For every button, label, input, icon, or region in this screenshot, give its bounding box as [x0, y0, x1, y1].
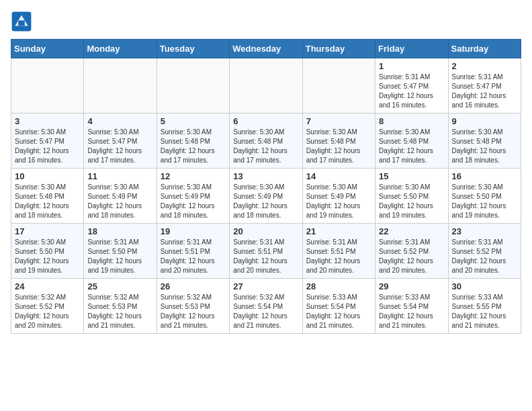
day-number: 5	[161, 116, 226, 126]
day-number: 25	[87, 281, 152, 291]
day-number: 13	[233, 171, 298, 181]
calendar-cell: 4Sunrise: 5:30 AM Sunset: 5:47 PM Daylig…	[84, 113, 157, 169]
day-number: 12	[161, 171, 226, 181]
calendar-cell: 24Sunrise: 5:32 AM Sunset: 5:52 PM Dayli…	[11, 279, 84, 334]
calendar-cell: 29Sunrise: 5:33 AM Sunset: 5:54 PM Dayli…	[375, 279, 448, 334]
day-info: Sunrise: 5:32 AM Sunset: 5:53 PM Dayligh…	[161, 293, 226, 330]
day-number: 16	[452, 171, 517, 181]
calendar-week-5: 24Sunrise: 5:32 AM Sunset: 5:52 PM Dayli…	[11, 279, 521, 334]
column-header-tuesday: Tuesday	[157, 40, 229, 58]
day-info: Sunrise: 5:31 AM Sunset: 5:47 PM Dayligh…	[379, 73, 444, 110]
day-number: 19	[161, 226, 226, 236]
calendar-cell: 5Sunrise: 5:30 AM Sunset: 5:48 PM Daylig…	[157, 113, 229, 169]
day-info: Sunrise: 5:31 AM Sunset: 5:47 PM Dayligh…	[452, 73, 517, 110]
calendar-cell	[230, 58, 302, 113]
calendar-table: SundayMondayTuesdayWednesdayThursdayFrid…	[11, 39, 521, 334]
day-number: 4	[87, 116, 152, 126]
calendar-cell: 18Sunrise: 5:31 AM Sunset: 5:50 PM Dayli…	[84, 224, 157, 279]
calendar-cell: 26Sunrise: 5:32 AM Sunset: 5:53 PM Dayli…	[157, 279, 229, 334]
day-number: 8	[379, 116, 444, 126]
calendar-cell: 16Sunrise: 5:30 AM Sunset: 5:50 PM Dayli…	[448, 169, 521, 224]
day-info: Sunrise: 5:30 AM Sunset: 5:50 PM Dayligh…	[15, 238, 80, 275]
calendar-cell: 2Sunrise: 5:31 AM Sunset: 5:47 PM Daylig…	[448, 58, 521, 113]
calendar-cell: 14Sunrise: 5:30 AM Sunset: 5:49 PM Dayli…	[302, 169, 375, 224]
day-info: Sunrise: 5:30 AM Sunset: 5:48 PM Dayligh…	[233, 128, 298, 165]
logo-icon	[11, 11, 32, 32]
column-header-monday: Monday	[84, 40, 157, 58]
day-number: 14	[306, 171, 371, 181]
calendar-cell: 28Sunrise: 5:33 AM Sunset: 5:54 PM Dayli…	[302, 279, 375, 334]
day-info: Sunrise: 5:32 AM Sunset: 5:52 PM Dayligh…	[15, 293, 80, 330]
calendar-cell: 3Sunrise: 5:30 AM Sunset: 5:47 PM Daylig…	[11, 113, 84, 169]
day-info: Sunrise: 5:31 AM Sunset: 5:52 PM Dayligh…	[379, 238, 444, 275]
day-number: 29	[379, 281, 444, 291]
calendar-cell	[157, 58, 229, 113]
day-info: Sunrise: 5:32 AM Sunset: 5:53 PM Dayligh…	[87, 293, 152, 330]
calendar-cell: 21Sunrise: 5:31 AM Sunset: 5:51 PM Dayli…	[302, 224, 375, 279]
day-number: 20	[233, 226, 298, 236]
day-info: Sunrise: 5:32 AM Sunset: 5:54 PM Dayligh…	[233, 293, 298, 330]
day-info: Sunrise: 5:30 AM Sunset: 5:48 PM Dayligh…	[306, 128, 371, 165]
calendar-cell: 10Sunrise: 5:30 AM Sunset: 5:48 PM Dayli…	[11, 169, 84, 224]
calendar-cell: 15Sunrise: 5:30 AM Sunset: 5:50 PM Dayli…	[375, 169, 448, 224]
calendar-cell: 23Sunrise: 5:31 AM Sunset: 5:52 PM Dayli…	[448, 224, 521, 279]
column-header-friday: Friday	[375, 40, 448, 58]
day-number: 6	[233, 116, 298, 126]
day-number: 18	[87, 226, 152, 236]
day-info: Sunrise: 5:30 AM Sunset: 5:48 PM Dayligh…	[379, 128, 444, 165]
day-info: Sunrise: 5:31 AM Sunset: 5:51 PM Dayligh…	[306, 238, 371, 275]
day-number: 15	[379, 171, 444, 181]
logo	[11, 11, 35, 32]
day-info: Sunrise: 5:30 AM Sunset: 5:48 PM Dayligh…	[15, 183, 80, 220]
day-info: Sunrise: 5:30 AM Sunset: 5:49 PM Dayligh…	[87, 183, 152, 220]
column-header-thursday: Thursday	[302, 40, 375, 58]
calendar-cell: 30Sunrise: 5:33 AM Sunset: 5:55 PM Dayli…	[448, 279, 521, 334]
column-header-wednesday: Wednesday	[230, 40, 302, 58]
calendar-cell: 7Sunrise: 5:30 AM Sunset: 5:48 PM Daylig…	[302, 113, 375, 169]
calendar-week-3: 10Sunrise: 5:30 AM Sunset: 5:48 PM Dayli…	[11, 169, 521, 224]
day-number: 17	[15, 226, 80, 236]
day-number: 21	[306, 226, 371, 236]
day-info: Sunrise: 5:30 AM Sunset: 5:48 PM Dayligh…	[452, 128, 517, 165]
day-info: Sunrise: 5:31 AM Sunset: 5:51 PM Dayligh…	[161, 238, 226, 275]
calendar-cell	[11, 58, 84, 113]
day-info: Sunrise: 5:33 AM Sunset: 5:54 PM Dayligh…	[379, 293, 444, 330]
calendar-cell: 1Sunrise: 5:31 AM Sunset: 5:47 PM Daylig…	[375, 58, 448, 113]
day-info: Sunrise: 5:33 AM Sunset: 5:54 PM Dayligh…	[306, 293, 371, 330]
day-info: Sunrise: 5:30 AM Sunset: 5:49 PM Dayligh…	[233, 183, 298, 220]
day-number: 23	[452, 226, 517, 236]
page-header	[11, 11, 521, 32]
day-number: 11	[87, 171, 152, 181]
day-info: Sunrise: 5:30 AM Sunset: 5:48 PM Dayligh…	[161, 128, 226, 165]
day-number: 30	[452, 281, 517, 291]
calendar-week-4: 17Sunrise: 5:30 AM Sunset: 5:50 PM Dayli…	[11, 224, 521, 279]
day-info: Sunrise: 5:33 AM Sunset: 5:55 PM Dayligh…	[452, 293, 517, 330]
day-info: Sunrise: 5:31 AM Sunset: 5:51 PM Dayligh…	[233, 238, 298, 275]
day-info: Sunrise: 5:31 AM Sunset: 5:50 PM Dayligh…	[87, 238, 152, 275]
day-number: 24	[15, 281, 80, 291]
day-number: 2	[452, 61, 517, 71]
calendar-cell: 17Sunrise: 5:30 AM Sunset: 5:50 PM Dayli…	[11, 224, 84, 279]
calendar-cell: 20Sunrise: 5:31 AM Sunset: 5:51 PM Dayli…	[230, 224, 302, 279]
day-number: 22	[379, 226, 444, 236]
calendar-header-row: SundayMondayTuesdayWednesdayThursdayFrid…	[11, 40, 521, 58]
calendar-cell: 6Sunrise: 5:30 AM Sunset: 5:48 PM Daylig…	[230, 113, 302, 169]
day-info: Sunrise: 5:30 AM Sunset: 5:49 PM Dayligh…	[161, 183, 226, 220]
day-number: 7	[306, 116, 371, 126]
day-info: Sunrise: 5:31 AM Sunset: 5:52 PM Dayligh…	[452, 238, 517, 275]
day-number: 10	[15, 171, 80, 181]
calendar-cell: 11Sunrise: 5:30 AM Sunset: 5:49 PM Dayli…	[84, 169, 157, 224]
calendar-cell	[84, 58, 157, 113]
day-number: 1	[379, 61, 444, 71]
calendar-cell: 12Sunrise: 5:30 AM Sunset: 5:49 PM Dayli…	[157, 169, 229, 224]
svg-rect-2	[18, 20, 25, 26]
calendar-cell: 27Sunrise: 5:32 AM Sunset: 5:54 PM Dayli…	[230, 279, 302, 334]
calendar-cell: 13Sunrise: 5:30 AM Sunset: 5:49 PM Dayli…	[230, 169, 302, 224]
day-info: Sunrise: 5:30 AM Sunset: 5:50 PM Dayligh…	[452, 183, 517, 220]
day-number: 26	[161, 281, 226, 291]
day-info: Sunrise: 5:30 AM Sunset: 5:47 PM Dayligh…	[87, 128, 152, 165]
day-number: 28	[306, 281, 371, 291]
calendar-cell: 25Sunrise: 5:32 AM Sunset: 5:53 PM Dayli…	[84, 279, 157, 334]
column-header-sunday: Sunday	[11, 40, 84, 58]
calendar-cell: 8Sunrise: 5:30 AM Sunset: 5:48 PM Daylig…	[375, 113, 448, 169]
